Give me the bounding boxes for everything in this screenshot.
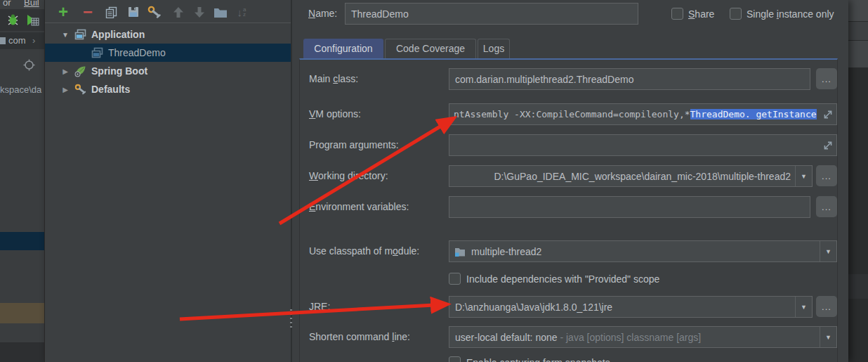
- settings-wrench-icon[interactable]: [147, 5, 161, 19]
- background-band: [848, 41, 868, 67]
- breadcrumb-item[interactable]: com: [8, 32, 26, 49]
- expand-field-icon[interactable]: [822, 140, 834, 151]
- wrench-gear-icon: [74, 84, 86, 96]
- module-folder-icon: [454, 246, 466, 257]
- program-arguments-input[interactable]: [449, 134, 837, 156]
- background-band: [848, 0, 868, 21]
- configuration-panel: Main class: com.darian.multiplethread2.T…: [299, 58, 838, 362]
- expand-arrow-icon[interactable]: ▼: [60, 31, 70, 39]
- add-icon[interactable]: +: [56, 5, 70, 19]
- move-up-icon[interactable]: [171, 5, 185, 19]
- menu-bar-fragment: or Buil: [0, 0, 44, 9]
- tab-configuration[interactable]: Configuration: [303, 39, 383, 58]
- dropdown-arrow-icon[interactable]: ▼: [820, 241, 836, 261]
- jre-label: JRE:: [309, 301, 330, 312]
- new-folder-icon[interactable]: [213, 5, 228, 19]
- move-down-icon[interactable]: [192, 5, 206, 19]
- name-input[interactable]: ThreadDemo: [345, 3, 638, 25]
- environment-variables-browse-button[interactable]: ...: [816, 196, 837, 217]
- run-with-coverage-icon[interactable]: [26, 13, 39, 27]
- collapse-arrow-icon[interactable]: ▶: [60, 67, 70, 75]
- background-band: [848, 274, 868, 299]
- use-classpath-label: Use classpath of module:: [309, 245, 419, 257]
- debug-bug-icon[interactable]: [6, 13, 20, 27]
- locate-target-icon[interactable]: [23, 59, 35, 71]
- tree-item-spring-boot[interactable]: ▶ Spring Boot: [45, 62, 291, 80]
- background-right-strip: [848, 0, 868, 362]
- jre-browse-button[interactable]: ...: [816, 296, 837, 317]
- background-highlight-row: [0, 303, 44, 323]
- environment-variables-input[interactable]: [449, 196, 810, 218]
- sort-alphabetically-icon: ↓ az: [235, 5, 249, 19]
- main-class-browse-button[interactable]: ...: [816, 68, 837, 89]
- shorten-command-line-label: Shorten command line:: [309, 331, 410, 342]
- vm-options-label: VM options:: [309, 108, 361, 119]
- environment-variables-label: Environment variables:: [309, 201, 409, 212]
- main-class-input[interactable]: com.darian.multiplethread2.ThreadDemo: [449, 68, 810, 90]
- collapse-arrow-icon[interactable]: ▶: [60, 86, 70, 93]
- tree-item-threaddemo[interactable]: ThreadDemo: [45, 44, 291, 62]
- application-icon: [91, 47, 103, 59]
- background-band: [848, 22, 868, 40]
- breadcrumb: com ›: [0, 32, 44, 49]
- panel-splitter[interactable]: [291, 0, 292, 362]
- run-toolbar-fragment: [0, 9, 44, 31]
- single-instance-label[interactable]: Single instance only: [747, 8, 834, 20]
- save-icon[interactable]: [126, 5, 140, 19]
- share-checkbox[interactable]: [671, 8, 683, 20]
- breadcrumb-chevron-icon: ›: [32, 32, 35, 49]
- copy-icon[interactable]: [104, 5, 118, 19]
- tab-logs[interactable]: Logs: [478, 39, 510, 58]
- working-directory-label: Working directory:: [309, 170, 388, 181]
- provided-scope-checkbox[interactable]: [449, 273, 461, 285]
- provided-scope-label[interactable]: Include dependencies with "Provided" sco…: [466, 273, 659, 285]
- selected-text: ThreadDemo. getInstance: [690, 109, 817, 119]
- jre-combobox[interactable]: D:\anzhuanga\Java\jdk1.8.0_121\jre ▼: [449, 296, 813, 318]
- dropdown-arrow-icon[interactable]: ▼: [795, 297, 812, 317]
- folder-icon: [0, 37, 6, 44]
- share-label[interactable]: Share: [688, 8, 714, 20]
- single-instance-checkbox[interactable]: [730, 8, 742, 20]
- configurations-tree: ▼ Application ThreadDemo ▶: [45, 24, 291, 362]
- run-debug-configurations-dialog: + −: [44, 0, 848, 362]
- background-left-strip: or Buil: [0, 0, 44, 362]
- vm-options-input[interactable]: ntAssembly -XX:CompileCommand=compileonl…: [449, 103, 837, 125]
- name-label: Name:: [308, 8, 337, 19]
- menu-fragment: or: [3, 0, 11, 8]
- expand-field-icon[interactable]: [822, 109, 834, 120]
- path-text-fragment: kspace\da: [0, 84, 44, 95]
- background-selected-row: [0, 232, 44, 250]
- dropdown-arrow-icon[interactable]: ▼: [795, 166, 812, 186]
- background-row: [0, 342, 44, 362]
- form-snapshots-label[interactable]: Enable capturing form snapshots: [466, 357, 610, 362]
- menu-fragment: Buil: [24, 0, 39, 8]
- shorten-command-line-combobox[interactable]: user-local default: none - java [options…: [449, 326, 837, 348]
- main-class-label: Main class:: [309, 73, 358, 84]
- dropdown-arrow-icon[interactable]: ▼: [820, 327, 836, 347]
- module-combobox[interactable]: multiple-thread2 ▼: [449, 240, 837, 262]
- spring-boot-icon: [74, 65, 86, 77]
- program-arguments-label: Program arguments:: [309, 139, 399, 150]
- configurations-toolbar: + −: [45, 0, 291, 23]
- application-icon: [74, 29, 86, 41]
- form-snapshots-checkbox[interactable]: [449, 356, 461, 362]
- working-directory-browse-button[interactable]: ...: [816, 165, 837, 186]
- tab-code-coverage[interactable]: Code Coverage: [385, 39, 476, 58]
- ide-screen: or Buil: [0, 0, 868, 362]
- remove-icon[interactable]: −: [81, 5, 95, 19]
- working-directory-combobox[interactable]: D:\GuPao_IDEA_MIC_workspace\dairan_mic-2…: [449, 165, 813, 187]
- tree-item-application[interactable]: ▼ Application: [45, 25, 291, 44]
- tree-item-defaults[interactable]: ▶ Defaults: [45, 80, 291, 98]
